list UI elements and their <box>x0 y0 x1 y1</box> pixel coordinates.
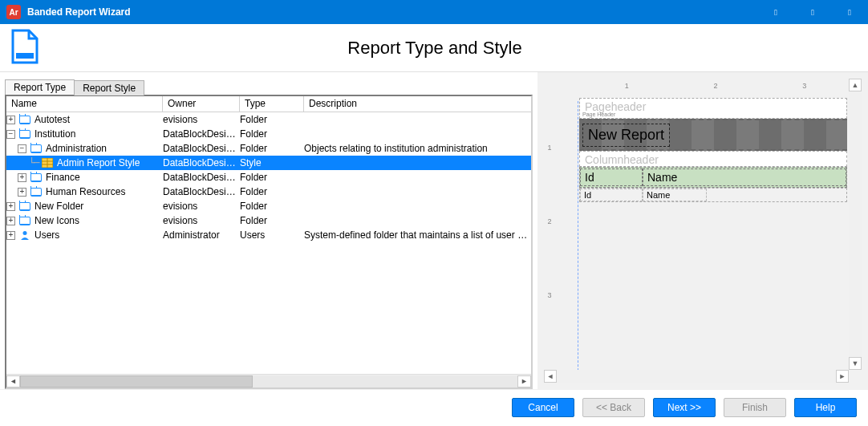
row-admin-report-style[interactable]: └─ Admin Report Style DataBlockDesig... … <box>6 156 531 170</box>
node-label: New Icons <box>34 215 79 226</box>
expand-icon[interactable]: + <box>6 231 15 240</box>
node-label: Users <box>34 229 59 241</box>
col-id-label: Id <box>580 168 643 186</box>
row-new-folder[interactable]: + New Folder evisions Folder <box>6 199 531 213</box>
close-button[interactable]:  <box>831 0 868 24</box>
expand-icon[interactable]: + <box>18 188 26 197</box>
row-new-icons[interactable]: + New Icons evisions Folder <box>6 213 531 228</box>
report-icon <box>10 29 40 67</box>
cell-type: Folder <box>240 215 304 226</box>
row-administration[interactable]: − Administration DataBlockDesig... Folde… <box>6 141 531 156</box>
window-title: Banded Report Wizard <box>27 6 131 18</box>
node-label: Autotest <box>34 114 70 125</box>
cell-desc: Objects relating to institution administ… <box>304 143 531 154</box>
ruler-horizontal: 1 2 3 <box>582 82 849 93</box>
preview-pane: 1 2 3 1 2 3 Pageheader Page Header New R… <box>537 72 868 389</box>
cell-desc: System-defined folder that maintains a l… <box>304 229 531 241</box>
preview-vscrollbar[interactable]: ▲ ▼ <box>849 79 862 370</box>
collapse-icon[interactable]: − <box>18 144 26 153</box>
node-label: Human Resources <box>46 186 125 197</box>
cell-type: Users <box>240 229 304 241</box>
folder-icon <box>30 188 42 197</box>
band-ghost-label: Pageheader <box>580 99 846 115</box>
scroll-right-icon[interactable]: ► <box>836 370 849 383</box>
tree-body[interactable]: + Autotest evisions Folder − Institution… <box>6 112 531 374</box>
node-label: New Folder <box>34 201 83 212</box>
cell-owner: evisions <box>163 215 240 226</box>
node-label: Administration <box>46 143 107 154</box>
row-institution[interactable]: − Institution DataBlockDesig... Folder <box>6 127 531 141</box>
cell-owner: evisions <box>163 114 240 125</box>
cell-type: Style <box>240 157 304 168</box>
scroll-right-icon[interactable]: ► <box>517 375 531 387</box>
row-users[interactable]: + Users Administrator Users System-defin… <box>6 228 531 242</box>
svg-point-5 <box>23 231 27 235</box>
users-icon <box>19 229 30 241</box>
style-icon <box>42 158 53 168</box>
cell-owner: DataBlockDesig... <box>163 157 240 168</box>
tab-report-style[interactable]: Report Style <box>74 80 144 95</box>
tabstrip: Report Type Report Style <box>5 77 537 95</box>
preview-hscrollbar[interactable]: ◄ ► <box>544 370 849 383</box>
cell-type: Folder <box>240 143 304 154</box>
finish-button[interactable]: Finish <box>724 398 786 417</box>
band-pageheader: Pageheader Page Header <box>579 98 847 119</box>
tree-hscrollbar[interactable]: ◄ ► <box>6 374 531 387</box>
cell-type: Folder <box>240 128 304 140</box>
expand-icon[interactable]: + <box>18 173 26 182</box>
help-button[interactable]: Help <box>794 398 857 417</box>
band-ghost-label: Columnheader <box>580 152 846 168</box>
row-finance[interactable]: + Finance DataBlockDesig... Folder <box>6 170 531 185</box>
band-columnheader: Columnheader <box>579 151 847 167</box>
tab-report-type[interactable]: Report Type <box>5 79 75 95</box>
style-tree: Name Owner Type Description + Autotest e… <box>5 95 533 389</box>
col-desc[interactable]: Description <box>304 96 531 112</box>
scroll-up-icon[interactable]: ▲ <box>849 79 862 91</box>
band-column-labels: Id Name <box>579 167 847 188</box>
row-human-resources[interactable]: + Human Resources DataBlockDesig... Fold… <box>6 185 531 199</box>
band-detail: Id Name <box>579 188 847 202</box>
maximize-button[interactable]:  <box>794 0 831 24</box>
band-title: New Report <box>579 119 847 151</box>
folder-icon <box>30 173 42 182</box>
ruler-mark: 2 <box>671 82 761 93</box>
scroll-thumb[interactable] <box>20 375 253 387</box>
scroll-left-icon[interactable]: ◄ <box>544 370 557 383</box>
page-margin-guide <box>578 101 578 383</box>
node-label: Finance <box>46 172 80 183</box>
back-button[interactable]: << Back <box>582 398 645 417</box>
folder-icon <box>19 202 30 211</box>
expand-icon[interactable]: + <box>6 116 15 124</box>
scroll-left-icon[interactable]: ◄ <box>6 375 20 387</box>
ruler-mark: 1 <box>582 82 671 93</box>
row-autotest[interactable]: + Autotest evisions Folder <box>6 112 531 127</box>
expand-icon[interactable]: + <box>6 202 15 211</box>
folder-icon <box>19 217 30 225</box>
cell-type: Folder <box>240 186 304 197</box>
cell-owner: DataBlockDesig... <box>163 143 240 154</box>
minimize-button[interactable]:  <box>757 0 794 24</box>
col-type[interactable]: Type <box>240 96 304 112</box>
ruler-mark: 3 <box>760 82 849 93</box>
cancel-button[interactable]: Cancel <box>512 398 574 417</box>
cell-owner: evisions <box>163 201 240 212</box>
expand-icon[interactable]: + <box>6 217 15 225</box>
page-title: Report Type and Style <box>50 38 868 59</box>
cell-owner: DataBlockDesig... <box>163 172 240 183</box>
collapse-icon[interactable]: − <box>6 130 15 139</box>
col-name-label: Name <box>643 168 846 186</box>
column-headers: Name Owner Type Description <box>6 96 531 112</box>
ruler-mark: 2 <box>544 185 555 258</box>
node-label: Admin Report Style <box>57 157 140 168</box>
wizard-buttons: Cancel << Back Next >> Finish Help <box>0 389 868 424</box>
folder-icon <box>30 144 42 153</box>
scroll-down-icon[interactable]: ▼ <box>849 357 862 370</box>
title-field: New Report <box>582 124 670 147</box>
cell-type: Folder <box>240 114 304 125</box>
ruler-mark: 1 <box>544 111 555 185</box>
ruler-vertical: 1 2 3 <box>544 111 555 332</box>
cell-type: Folder <box>240 172 304 183</box>
next-button[interactable]: Next >> <box>653 398 716 417</box>
col-owner[interactable]: Owner <box>163 96 240 112</box>
col-name[interactable]: Name <box>6 96 163 112</box>
